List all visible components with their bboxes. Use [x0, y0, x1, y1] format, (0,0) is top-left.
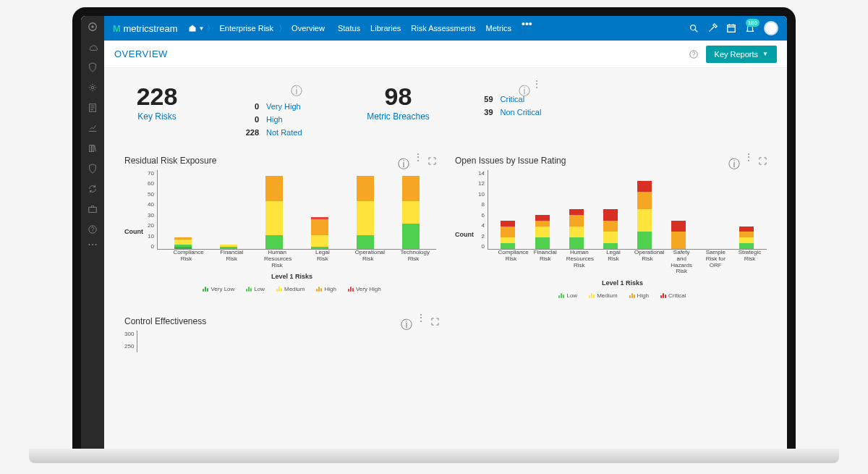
chevron-down-icon: ▼	[762, 51, 768, 57]
svg-rect-4	[90, 145, 92, 152]
kpi-breach-list: 59Critical 39Non Critical	[473, 95, 542, 117]
chart2-plot	[488, 170, 767, 250]
info-icon[interactable]: ⓘ	[519, 84, 527, 92]
tools-icon[interactable]	[707, 23, 718, 33]
bar	[501, 221, 515, 249]
info-icon[interactable]: ⓘ	[728, 157, 736, 165]
crumb-overview[interactable]: Overview	[289, 22, 328, 34]
chart1-plot	[157, 170, 436, 250]
top-nav: Status Libraries Risk Assessments Metric…	[338, 24, 532, 33]
chart-control-effectiveness: Control Effectiveness ⓘ ⋮ 300 250	[124, 316, 439, 352]
key-reports-label: Key Reports	[715, 50, 759, 59]
info-icon[interactable]: ⓘ	[291, 85, 302, 97]
topbar: M metricstream ▼ 〉 Enterprise Risk 〉 Ove…	[104, 16, 787, 41]
help-icon[interactable]	[689, 49, 699, 59]
kpi-key-risks: 228 Key Risks	[124, 84, 190, 122]
sidebar-icon-page[interactable]	[88, 103, 98, 113]
page-title: OVERVIEW	[114, 48, 168, 59]
sidebar-icon-shield[interactable]	[88, 62, 98, 72]
kpi-row: 228 Key Risks ⓘ 0Very High 0High 228Not …	[124, 77, 767, 150]
expand-icon[interactable]	[759, 157, 767, 165]
bar	[603, 209, 618, 249]
svg-point-2	[91, 86, 94, 89]
nav-more[interactable]: •••	[522, 24, 532, 33]
expand-icon[interactable]	[431, 318, 439, 326]
expand-icon[interactable]	[428, 157, 436, 165]
sidebar-icon-gear[interactable]	[88, 82, 98, 93]
bar	[265, 176, 283, 249]
bar	[637, 181, 652, 249]
nav-status[interactable]: Status	[338, 24, 360, 33]
more-icon[interactable]: ⋮	[744, 157, 752, 165]
bar	[535, 215, 550, 249]
sidebar-icon-more[interactable]: ⋯	[88, 245, 98, 255]
sidebar-icon-library[interactable]	[88, 143, 98, 153]
bar	[671, 221, 686, 249]
chart2-legend: LowMediumHighCritical	[478, 292, 767, 299]
sidebar-icon-briefcase[interactable]	[88, 204, 98, 214]
sidebar-icon-shield2[interactable]	[88, 164, 98, 174]
page-header: OVERVIEW Key Reports ▼	[104, 41, 787, 68]
crumb-enterprise-risk[interactable]: Enterprise Risk	[217, 22, 277, 34]
sidebar-icon-help[interactable]	[88, 224, 98, 234]
bar	[311, 217, 328, 249]
brand-logo: M metricstream	[113, 23, 178, 34]
user-avatar[interactable]	[764, 21, 778, 35]
sidebar-icon-chart[interactable]	[88, 123, 98, 133]
search-icon[interactable]	[689, 23, 699, 33]
key-reports-button[interactable]: Key Reports ▼	[706, 46, 777, 63]
nav-risk-assessments[interactable]: Risk Assessments	[411, 24, 475, 33]
bar	[739, 227, 754, 249]
notification-icon[interactable]: 186	[745, 23, 755, 33]
sidebar: ⋯	[81, 16, 104, 449]
info-icon[interactable]: ⓘ	[401, 318, 409, 326]
info-icon[interactable]: ⓘ	[398, 157, 406, 165]
bar	[174, 237, 192, 249]
more-icon[interactable]: ⋮	[532, 84, 541, 92]
chart-residual-risk: Residual Risk Exposure ⓘ ⋮ Count 7060504…	[124, 156, 436, 299]
more-icon[interactable]: ⋮	[416, 318, 424, 326]
bar	[357, 176, 374, 249]
nav-metrics[interactable]: Metrics	[486, 24, 511, 33]
chart-open-issues: Open Issues by Issue Rating ⓘ ⋮ Count 14…	[455, 156, 767, 299]
bar	[220, 245, 237, 249]
breadcrumb: ▼ 〉 Enterprise Risk 〉 Overview	[188, 22, 328, 34]
bar	[569, 209, 584, 249]
calendar-icon[interactable]	[726, 23, 736, 33]
nav-libraries[interactable]: Libraries	[370, 24, 401, 33]
kpi-rating-list: 0Very High 0High 228Not Rated	[239, 102, 302, 137]
svg-rect-9	[728, 25, 736, 33]
more-icon[interactable]: ⋮	[413, 157, 421, 165]
kpi-breaches: 98 Metric Breaches	[366, 84, 431, 122]
chevron-down-icon[interactable]: ▼	[199, 25, 205, 32]
bar	[402, 176, 420, 249]
sidebar-icon-refresh[interactable]	[88, 184, 98, 194]
notification-badge: 186	[746, 19, 760, 27]
sidebar-icon-target[interactable]	[88, 22, 98, 32]
chart1-legend: Very LowLowMediumHighVery High	[148, 286, 436, 292]
sidebar-icon-cloud[interactable]	[88, 42, 98, 52]
svg-rect-5	[92, 145, 94, 152]
home-icon[interactable]	[188, 24, 197, 33]
svg-point-1	[91, 25, 94, 28]
svg-point-8	[691, 25, 696, 30]
svg-rect-6	[89, 207, 97, 212]
